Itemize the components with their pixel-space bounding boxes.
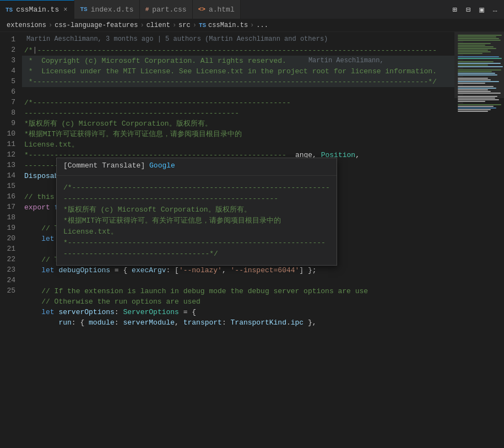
- translate-body: /*--------------------------------------…: [57, 178, 337, 265]
- tab-close-cssMain[interactable]: ×: [62, 5, 68, 15]
- line-num-6: 6: [4, 87, 15, 97]
- breadcrumb-sep-1: ›: [48, 21, 52, 29]
- line-num-3: 3: [4, 55, 15, 66]
- code-line-4: *---------------------------------------…: [22, 77, 454, 87]
- line-num-2: 2: [4, 45, 15, 55]
- code-line-10-content: License.txt。: [24, 139, 79, 150]
- tab-indexD[interactable]: TS index.d.ts: [74, 0, 139, 19]
- code-line-1: /*|-------------------------------------…: [22, 45, 454, 56]
- code-line-14-content: [24, 181, 29, 192]
- minimap: [454, 32, 504, 446]
- code-line-5-content: [24, 87, 29, 98]
- translate-divider: [57, 175, 337, 176]
- translate-popup: [Comment Translate] Google /*-----------…: [56, 158, 337, 266]
- breadcrumb-sep-5: ›: [250, 21, 254, 29]
- blame-text: Martin Aeschlimann, 3 months ago | 5 aut…: [26, 34, 328, 45]
- tab-icon-ts-indexD: TS: [80, 6, 87, 13]
- editor-container: 1 2 3 4 5 6 7 8 9 10 11 12 13 14 15 16 1…: [0, 32, 504, 446]
- toggle-panel-icon[interactable]: ⊟: [464, 4, 473, 15]
- translate-line-4: *根据MIT许可证获得许可。有关许可证信息，请参阅项目根目录中的: [63, 215, 330, 226]
- code-line-24: // If the extension is launch in debug m…: [22, 286, 454, 296]
- tab-bar: TS cssMain.ts × TS index.d.ts # part.css…: [0, 0, 504, 19]
- line-num-14: 14: [4, 170, 15, 181]
- code-line-6: /*--------------------------------------…: [22, 98, 454, 108]
- line-num-21: 21: [4, 244, 15, 254]
- line-num-5: 5: [4, 76, 15, 87]
- code-line-7-content: ----------------------------------------…: [24, 108, 239, 118]
- breadcrumb-more[interactable]: ...: [256, 21, 268, 29]
- layout-icon[interactable]: ▣: [477, 4, 486, 15]
- line-num-1: 1: [4, 34, 15, 45]
- line-num-12: 12: [4, 149, 15, 160]
- minimap-content: [454, 32, 504, 446]
- line-num-18: 18: [4, 212, 15, 223]
- code-line-7: ----------------------------------------…: [22, 108, 454, 118]
- code-line-9-content: *根据MIT许可证获得许可。有关许可证信息，请参阅项目根目录中的: [24, 129, 242, 139]
- line-num-19: 19: [4, 223, 15, 233]
- inline-blame: Martin Aeschlimann,: [308, 56, 384, 66]
- code-line-8-content: *版权所有 (c) Microsoft Corporation。版权所有。: [24, 118, 212, 129]
- split-editor-icon[interactable]: ⊞: [450, 4, 459, 15]
- code-line-6-content: /*--------------------------------------…: [24, 98, 291, 108]
- tab-icon-css-partCss: #: [145, 6, 149, 13]
- breadcrumb-sep-2: ›: [140, 21, 144, 29]
- breadcrumb: extensions › css-language-features › cli…: [0, 19, 504, 32]
- line-num-16: 16: [4, 191, 15, 202]
- code-line-10: License.txt。: [22, 139, 454, 150]
- tab-cssMain[interactable]: TS cssMain.ts ×: [0, 0, 74, 19]
- breadcrumb-src[interactable]: src: [178, 21, 191, 29]
- breadcrumb-extensions[interactable]: extensions: [7, 21, 46, 29]
- code-line-27: run : { module : serverModule , transpor…: [22, 317, 454, 328]
- line-num-24: 24: [4, 275, 15, 285]
- tab-label-aHtml: a.html: [209, 6, 235, 14]
- code-line-9: *根据MIT许可证获得许可。有关许可证信息，请参阅项目根目录中的: [22, 129, 454, 139]
- code-line-25: // Otherwise the run options are used: [22, 296, 454, 307]
- tab-bar-actions: ⊞ ⊟ ▣ …: [446, 0, 504, 19]
- line-numbers: 1 2 3 4 5 6 7 8 9 10 11 12 13 14 15 16 1…: [0, 32, 22, 446]
- line-num-4: 4: [4, 66, 15, 76]
- translate-line-7: ----------------------------------*/: [63, 249, 330, 260]
- breadcrumb-css-language-features[interactable]: css-language-features: [55, 21, 138, 29]
- line-num-11: 11: [4, 139, 15, 149]
- line-num-13: 13: [4, 160, 15, 170]
- line-num-22: 22: [4, 254, 15, 265]
- code-line-1-content: /*|-------------------------------------…: [24, 45, 437, 56]
- tab-icon-ts-cssMain: TS: [6, 7, 13, 13]
- breadcrumb-ts-icon: TS: [199, 22, 206, 29]
- line-num-7: 7: [4, 97, 15, 107]
- code-line-3-content: * Licensed under the MIT License. See Li…: [24, 66, 437, 77]
- translate-line-1: /*--------------------------------------…: [63, 182, 330, 193]
- breadcrumb-file[interactable]: cssMain.ts: [208, 21, 248, 29]
- code-editor[interactable]: Martin Aeschlimann, 3 months ago | 5 aut…: [22, 32, 454, 446]
- code-kw-export: export: [24, 202, 50, 213]
- translate-line-6: *---------------------------------------…: [63, 238, 330, 249]
- translate-line-2: ----------------------------------------…: [63, 193, 330, 204]
- tab-label-cssMain: cssMain.ts: [16, 6, 59, 14]
- breadcrumb-sep-3: ›: [172, 21, 176, 29]
- translate-google-link[interactable]: Google: [149, 161, 175, 170]
- tab-label-partCss: part.css: [152, 6, 186, 14]
- code-line-23-content: [24, 276, 29, 286]
- code-line-17-content: [24, 213, 29, 223]
- breadcrumb-sep-4: ›: [193, 21, 197, 29]
- translate-line-5: License.txt。: [63, 226, 330, 238]
- line-num-25: 25: [4, 285, 15, 296]
- code-line-2-content: * Copyright (c) Microsoft Corporation. A…: [24, 56, 286, 66]
- line-num-9: 9: [4, 118, 15, 128]
- tab-partCss[interactable]: # part.css: [140, 0, 193, 19]
- code-line-22: let debugOptions = { execArgv : [ '--nol…: [22, 265, 454, 276]
- translate-header: [Comment Translate] Google: [57, 158, 337, 173]
- line-num-15: 15: [4, 181, 15, 191]
- tab-aHtml[interactable]: <> a.html: [193, 0, 241, 19]
- code-line-5: [22, 87, 454, 98]
- line-num-20: 20: [4, 233, 15, 244]
- translate-header-prefix: [Comment Translate]: [63, 161, 149, 170]
- line-num-8: 8: [4, 107, 15, 118]
- blame-info: Martin Aeschlimann, 3 months ago | 5 aut…: [22, 34, 454, 45]
- code-line-4-content: *---------------------------------------…: [24, 77, 437, 87]
- translate-line-3: *版权所有 (c) Microsoft Corporation。版权所有。: [63, 204, 330, 215]
- more-actions-icon[interactable]: …: [491, 4, 500, 15]
- code-line-2: * Copyright (c) Microsoft Corporation. A…: [22, 56, 454, 66]
- tab-label-indexD: index.d.ts: [91, 6, 134, 14]
- breadcrumb-client[interactable]: client: [147, 21, 170, 29]
